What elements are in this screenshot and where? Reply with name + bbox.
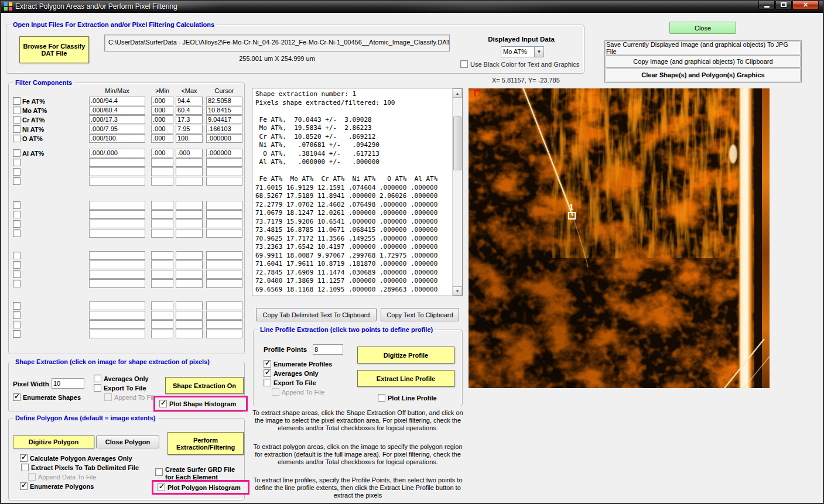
filter-min-field[interactable] bbox=[151, 251, 173, 260]
filter-component-checkbox[interactable] bbox=[13, 270, 20, 278]
filter-component-checkbox[interactable] bbox=[13, 135, 20, 142]
filter-max-field[interactable] bbox=[176, 220, 203, 228]
filter-minmax-field[interactable]: .000/7.95 bbox=[89, 125, 145, 133]
filter-cursor-field[interactable] bbox=[206, 301, 242, 310]
filter-max-field[interactable] bbox=[176, 167, 203, 176]
results-panel[interactable]: Shape extraction number: 1 Pixels shape … bbox=[252, 88, 463, 296]
filter-max-field[interactable]: 17.3 bbox=[176, 115, 203, 124]
filter-max-field[interactable] bbox=[176, 330, 203, 338]
filter-cursor-field[interactable] bbox=[206, 330, 242, 338]
filter-min-field[interactable] bbox=[151, 301, 173, 310]
results-scrollbar[interactable]: ▲ ▼ bbox=[452, 88, 462, 296]
filter-min-field[interactable]: .000 bbox=[151, 97, 173, 105]
scroll-down-icon[interactable]: ▼ bbox=[453, 286, 462, 296]
filter-cursor-field[interactable]: .166103 bbox=[206, 125, 242, 133]
enumerate-shapes-checkbox[interactable] bbox=[13, 393, 20, 401]
image-display[interactable]: 1 bbox=[469, 88, 770, 388]
filter-component-checkbox[interactable] bbox=[13, 261, 20, 269]
shape-extraction-on-button[interactable]: Shape Extraction On bbox=[165, 377, 244, 394]
plot-polygon-histogram-checkbox[interactable] bbox=[158, 484, 165, 491]
filter-min-field[interactable] bbox=[151, 158, 173, 167]
filter-component-checkbox[interactable] bbox=[13, 159, 20, 166]
filter-component-checkbox[interactable] bbox=[13, 311, 20, 319]
filter-min-field[interactable]: .000 bbox=[151, 134, 173, 143]
filter-cursor-field[interactable] bbox=[206, 251, 242, 260]
filter-max-field[interactable]: 7.95 bbox=[176, 125, 203, 133]
use-black-color-checkbox[interactable] bbox=[460, 60, 468, 68]
filter-component-checkbox[interactable] bbox=[13, 252, 20, 259]
filter-component-checkbox[interactable] bbox=[13, 125, 20, 133]
filter-minmax-field[interactable] bbox=[89, 210, 145, 219]
digitize-polygon-button[interactable]: Digitize Polygon bbox=[13, 436, 94, 448]
filter-component-checkbox[interactable] bbox=[13, 302, 20, 310]
filter-minmax-field[interactable]: .000/17.3 bbox=[89, 115, 145, 124]
filter-cursor-field[interactable]: .000000 bbox=[206, 149, 242, 157]
filter-component-checkbox[interactable] bbox=[13, 177, 20, 185]
plot-shape-histogram-checkbox[interactable] bbox=[159, 400, 167, 407]
filter-component-checkbox[interactable] bbox=[13, 211, 20, 218]
filter-max-field[interactable] bbox=[176, 158, 203, 167]
filter-max-field[interactable] bbox=[176, 260, 203, 269]
filter-min-field[interactable] bbox=[151, 279, 173, 288]
close-dialog-button[interactable]: Close bbox=[669, 22, 736, 34]
filter-component-checkbox[interactable] bbox=[13, 149, 20, 157]
filter-min-field[interactable] bbox=[151, 330, 173, 338]
filter-component-checkbox[interactable] bbox=[13, 229, 20, 237]
filter-min-field[interactable]: .000 bbox=[151, 149, 173, 157]
filter-min-field[interactable] bbox=[151, 320, 173, 329]
displayed-data-select[interactable]: Mo AT% ▼ bbox=[501, 46, 544, 57]
filter-minmax-field[interactable] bbox=[89, 158, 145, 167]
filter-max-field[interactable]: 100. bbox=[176, 134, 203, 143]
filter-cursor-field[interactable] bbox=[206, 279, 242, 288]
filter-max-field[interactable] bbox=[176, 229, 203, 238]
combo-dropdown-icon[interactable]: ▼ bbox=[534, 47, 543, 57]
filter-cursor-field[interactable]: 82.5058 bbox=[206, 97, 242, 105]
maximize-button[interactable] bbox=[775, 0, 792, 10]
digitize-profile-button[interactable]: Digitize Profile bbox=[357, 347, 454, 364]
filter-min-field[interactable] bbox=[151, 220, 173, 228]
filter-minmax-field[interactable] bbox=[89, 311, 145, 320]
filter-component-checkbox[interactable] bbox=[13, 321, 20, 328]
filter-component-checkbox[interactable] bbox=[13, 116, 20, 124]
filter-min-field[interactable]: .000 bbox=[151, 115, 173, 124]
copy-tab-delimited-button[interactable]: Copy Tab Delimited Text To Clipboard bbox=[256, 308, 377, 321]
filter-min-field[interactable]: .000 bbox=[151, 106, 173, 115]
filter-minmax-field[interactable]: .000/94.4 bbox=[89, 97, 145, 105]
filter-minmax-field[interactable] bbox=[89, 260, 145, 269]
filter-minmax-field[interactable]: .000/.000 bbox=[89, 149, 145, 157]
filter-min-field[interactable] bbox=[151, 229, 173, 238]
filter-min-field[interactable] bbox=[151, 311, 173, 320]
filter-max-field[interactable] bbox=[176, 177, 203, 186]
save-jpg-button[interactable]: Save Currently Displayed Image (and grap… bbox=[606, 42, 801, 54]
profile-points-input[interactable]: 8 bbox=[313, 344, 343, 355]
filter-minmax-field[interactable] bbox=[89, 279, 145, 288]
close-window-button[interactable]: ✕ bbox=[792, 0, 819, 10]
filter-cursor-field[interactable]: .000000 bbox=[206, 134, 242, 143]
filter-minmax-field[interactable] bbox=[89, 220, 145, 228]
lp-averages-only-checkbox[interactable] bbox=[264, 369, 271, 377]
copy-image-button[interactable]: Copy Image (and graphical objects) To Cl… bbox=[606, 55, 801, 68]
filter-min-field[interactable] bbox=[151, 270, 173, 279]
filter-cursor-field[interactable] bbox=[206, 158, 242, 167]
plot-line-profile-checkbox[interactable] bbox=[378, 394, 385, 402]
filter-minmax-field[interactable]: .000/100. bbox=[89, 134, 145, 143]
scrollbar-thumb[interactable] bbox=[453, 116, 461, 170]
filter-cursor-field[interactable]: 9.04417 bbox=[206, 115, 242, 124]
filter-component-checkbox[interactable] bbox=[13, 280, 20, 287]
filter-component-checkbox[interactable] bbox=[13, 107, 20, 114]
filter-max-field[interactable] bbox=[176, 279, 203, 288]
perform-extraction-filtering-button[interactable]: Perform Extraction/Filtering bbox=[167, 432, 244, 455]
filter-minmax-field[interactable] bbox=[89, 251, 145, 260]
filter-minmax-field[interactable] bbox=[89, 177, 145, 186]
minimize-button[interactable] bbox=[758, 0, 775, 10]
filter-cursor-field[interactable] bbox=[206, 167, 242, 176]
filter-max-field[interactable] bbox=[176, 270, 203, 279]
copy-text-button[interactable]: Copy Text To Clipboard bbox=[381, 308, 459, 321]
filter-max-field[interactable] bbox=[176, 311, 203, 320]
microscopy-image[interactable]: 1 bbox=[469, 88, 770, 388]
filter-cursor-field[interactable] bbox=[206, 201, 242, 210]
filter-minmax-field[interactable] bbox=[89, 229, 145, 238]
filter-cursor-field[interactable] bbox=[206, 229, 242, 238]
browse-classify-dat-button[interactable]: Browse For Classify DAT File bbox=[19, 36, 89, 63]
app-icon[interactable] bbox=[4, 2, 13, 11]
